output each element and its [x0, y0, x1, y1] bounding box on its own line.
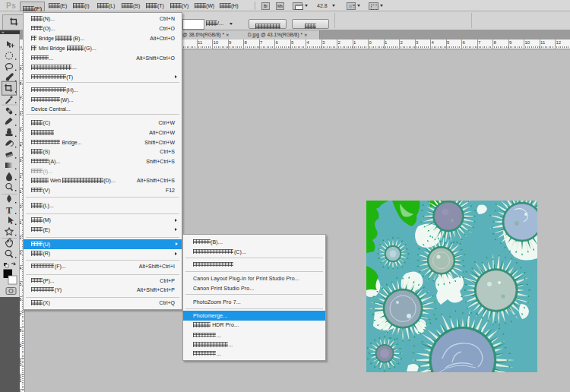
svg-text:T: T [6, 205, 12, 216]
